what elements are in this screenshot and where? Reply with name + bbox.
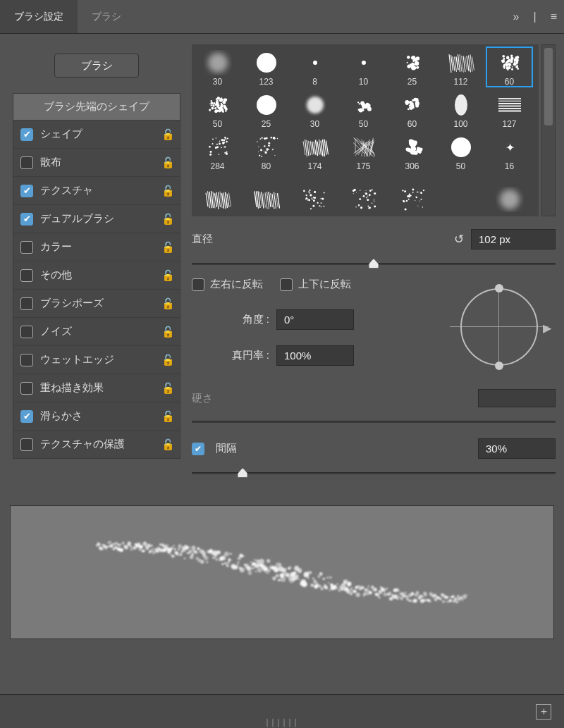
brush-tip-cell[interactable]: 30 xyxy=(292,90,338,129)
attr-checkbox[interactable]: ✔ xyxy=(20,410,33,423)
attr-checkbox[interactable]: ✔ xyxy=(20,185,33,197)
svg-point-168 xyxy=(415,98,418,101)
lock-icon[interactable]: 🔓 xyxy=(161,156,174,169)
flip-x-checkbox[interactable]: 左右に反転 xyxy=(192,278,263,291)
attr-row[interactable]: ✔ 滑らかさ 🔓 xyxy=(13,402,180,430)
brush-button[interactable]: ブラシ xyxy=(54,54,139,78)
svg-point-562 xyxy=(254,559,256,561)
brush-tip-cell[interactable] xyxy=(243,174,289,214)
lock-icon[interactable]: 🔓 xyxy=(161,269,174,282)
attr-row[interactable]: その他 🔓 xyxy=(13,261,180,289)
brush-tip-cell[interactable]: 50 xyxy=(341,90,386,129)
brush-tip-cell[interactable]: 30 xyxy=(195,47,240,87)
spacing-input[interactable]: 30% xyxy=(478,438,556,459)
brush-tip-cell[interactable] xyxy=(292,174,338,214)
attr-checkbox[interactable] xyxy=(20,156,33,169)
svg-point-22 xyxy=(414,66,416,68)
diameter-input[interactable]: 102 px xyxy=(471,229,556,249)
resize-grip-icon[interactable]: ┃┃┃┃┃┃ xyxy=(265,719,299,727)
angle-input[interactable]: 0° xyxy=(276,309,354,330)
brush-tip-cell[interactable] xyxy=(486,174,532,214)
attr-checkbox[interactable] xyxy=(20,326,33,338)
lock-icon[interactable]: 🔓 xyxy=(161,410,174,423)
attr-row[interactable]: 散布 🔓 xyxy=(13,148,180,176)
brush-tip-cell[interactable]: ✦16 xyxy=(486,132,532,171)
lock-icon[interactable]: 🔓 xyxy=(161,241,174,254)
brush-tip-cell[interactable]: 284 xyxy=(195,132,240,171)
lock-icon[interactable]: 🔓 xyxy=(161,185,174,197)
attr-row[interactable]: テクスチャの保護 🔓 xyxy=(13,430,180,458)
svg-point-585 xyxy=(276,574,279,578)
brush-tip-cell[interactable]: 80 xyxy=(243,132,289,171)
svg-point-232 xyxy=(272,149,274,150)
lock-icon[interactable]: 🔓 xyxy=(161,382,174,395)
svg-point-402 xyxy=(98,543,101,545)
svg-point-227 xyxy=(264,145,265,147)
svg-point-779 xyxy=(465,594,468,598)
tab-brush-settings[interactable]: ブラシ設定 xyxy=(0,0,78,33)
svg-point-360 xyxy=(367,206,369,207)
brush-tip-cell[interactable] xyxy=(195,174,240,214)
attr-row[interactable]: カラー 🔓 xyxy=(13,233,180,261)
brush-tip-cell[interactable]: 127 xyxy=(486,90,532,129)
diameter-slider[interactable] xyxy=(192,257,556,271)
brush-tip-cell[interactable]: 174 xyxy=(292,132,338,171)
attr-row[interactable]: ウェットエッジ 🔓 xyxy=(13,345,180,374)
brush-tip-cell[interactable]: 123 xyxy=(243,47,289,87)
svg-point-397 xyxy=(409,195,410,196)
brush-tip-cell[interactable]: 50 xyxy=(438,132,484,171)
brush-thumb-icon xyxy=(350,50,378,75)
brush-tip-cell[interactable]: 60 xyxy=(389,90,435,129)
brush-tip-cell[interactable]: 100 xyxy=(438,90,484,129)
spacing-slider[interactable] xyxy=(192,466,556,480)
lock-icon[interactable]: 🔓 xyxy=(161,297,174,310)
attr-label: その他 xyxy=(40,269,161,282)
brush-tip-cell[interactable]: 112 xyxy=(438,47,484,87)
attr-checkbox[interactable] xyxy=(20,297,33,310)
attr-checkbox[interactable]: ✔ xyxy=(20,213,33,226)
attr-checkbox[interactable] xyxy=(20,354,33,366)
brush-tip-cell[interactable] xyxy=(389,174,435,214)
attr-row[interactable]: ✔ シェイプ 🔓 xyxy=(13,120,180,148)
attr-row[interactable]: ブラシポーズ 🔓 xyxy=(13,289,180,317)
brush-tip-cell[interactable]: 25 xyxy=(389,47,435,87)
brush-tip-cell[interactable]: 10 xyxy=(341,47,386,87)
svg-point-607 xyxy=(298,578,299,579)
spacing-checkbox[interactable]: ✔間隔 xyxy=(192,442,237,455)
attr-row[interactable]: 重ね描き効果 🔓 xyxy=(13,374,180,402)
lock-icon[interactable]: 🔓 xyxy=(161,438,174,451)
brush-tip-cell[interactable]: 8 xyxy=(292,47,338,87)
lock-icon[interactable]: 🔓 xyxy=(161,128,174,141)
attr-checkbox[interactable]: ✔ xyxy=(20,128,33,141)
brush-tip-cell[interactable]: 60 xyxy=(486,47,532,87)
attr-checkbox[interactable] xyxy=(20,241,33,254)
attr-checkbox[interactable] xyxy=(20,382,33,395)
svg-point-534 xyxy=(226,564,229,567)
brush-tip-cell[interactable]: 25 xyxy=(243,90,289,129)
attr-checkbox[interactable] xyxy=(20,269,33,282)
svg-point-123 xyxy=(220,104,223,108)
lock-icon[interactable]: 🔓 xyxy=(161,326,174,338)
attr-checkbox[interactable] xyxy=(20,438,33,451)
attr-row[interactable]: ✔ デュアルブラシ 🔓 xyxy=(13,204,180,233)
roundness-input[interactable]: 100% xyxy=(276,345,354,366)
brush-tip-cell[interactable]: 175 xyxy=(341,132,386,171)
brush-tip-shape-header[interactable]: ブラシ先端のシェイプ xyxy=(13,94,180,120)
brush-tip-cell[interactable] xyxy=(438,174,484,214)
brush-tip-cell[interactable]: 306 xyxy=(389,132,435,171)
flip-y-checkbox[interactable]: 上下に反転 xyxy=(280,278,351,291)
lock-icon[interactable]: 🔓 xyxy=(161,354,174,366)
attr-row[interactable]: ✔ テクスチャ 🔓 xyxy=(13,176,180,204)
brush-tip-cell[interactable] xyxy=(341,174,386,214)
menu-icon[interactable]: ≡ xyxy=(544,11,564,23)
attr-row[interactable]: ノイズ 🔓 xyxy=(13,317,180,345)
reset-size-icon[interactable]: ↺ xyxy=(454,232,464,247)
angle-roundness-widget[interactable]: ▶ xyxy=(450,278,548,376)
brush-grid-scrollbar[interactable] xyxy=(541,44,556,216)
svg-point-756 xyxy=(442,600,446,603)
lock-icon[interactable]: 🔓 xyxy=(161,213,174,226)
brush-tip-cell[interactable]: 50 xyxy=(195,90,240,129)
expand-icon[interactable]: » xyxy=(506,11,527,23)
tab-brushes[interactable]: ブラシ xyxy=(78,0,135,33)
new-brush-icon[interactable]: ＋ xyxy=(536,704,551,720)
